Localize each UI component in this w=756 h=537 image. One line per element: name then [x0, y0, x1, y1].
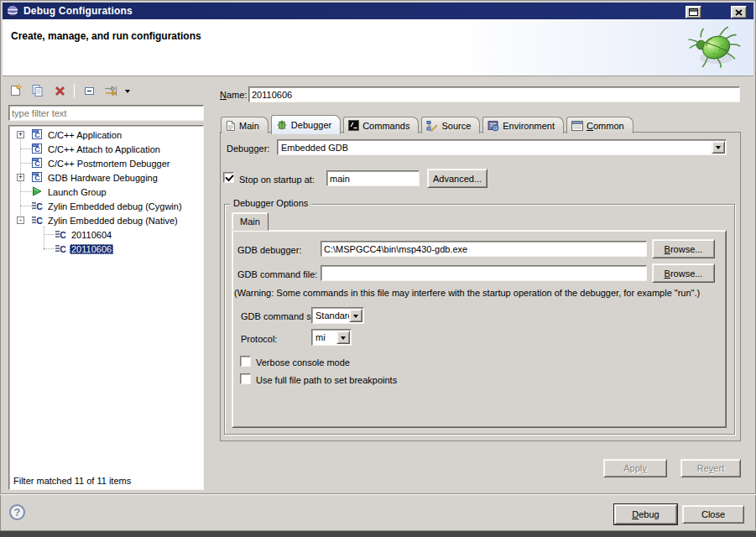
footer-separator: [0, 493, 756, 495]
stop-symbol-input[interactable]: [326, 170, 420, 186]
name-label: Name:: [220, 90, 247, 100]
chevron-down-icon[interactable]: [336, 331, 350, 344]
tree-item-label: C/C++ Postmortem Debugger: [46, 159, 172, 169]
new-configuration-button[interactable]: [8, 83, 23, 98]
filter-menu-caret-icon[interactable]: [125, 90, 130, 96]
svg-text:C: C: [34, 159, 40, 168]
tree-item[interactable]: C 20110606: [9, 242, 203, 256]
name-input[interactable]: [248, 86, 740, 102]
browse-label: Browse...: [665, 268, 703, 279]
options-tab-main[interactable]: Main: [232, 212, 269, 231]
filter-launch-configurations-button[interactable]: [103, 83, 118, 98]
tab-bar: Main Debugger Commands: [221, 114, 633, 133]
chevron-down-icon[interactable]: [349, 309, 362, 322]
filter-input[interactable]: [8, 105, 204, 121]
advanced-button[interactable]: Advanced...: [427, 169, 487, 188]
tab-commands[interactable]: Commands: [343, 117, 419, 133]
close-button[interactable]: [731, 6, 747, 18]
tab-environment[interactable]: Environment: [482, 117, 564, 133]
gdb-command-file-label: GDB command file:: [237, 269, 317, 279]
collapse-all-icon: [83, 85, 96, 97]
full-file-path-checkbox[interactable]: [240, 373, 251, 384]
c-app-icon: C: [31, 171, 43, 183]
tab-main[interactable]: Main: [221, 117, 269, 133]
stop-on-startup-label: Stop on startup at:: [239, 175, 315, 185]
configurations-tree[interactable]: + C C/C++ Application C C/C++ Attach to …: [8, 125, 204, 490]
close-button-footer[interactable]: Close: [682, 505, 744, 524]
debug-button[interactable]: Debug: [614, 504, 677, 524]
close-icon: [735, 9, 743, 16]
tree-item[interactable]: + C C/C++ Application: [9, 128, 203, 142]
window-menu-button[interactable]: [686, 6, 701, 18]
debugger-select-value: Embedded GDB: [281, 143, 348, 153]
svg-text:C: C: [34, 131, 40, 139]
gdb-command-set-label: GDB command set:: [241, 311, 321, 321]
gdb-command-file-browse-button[interactable]: Browse...: [652, 263, 715, 283]
expander-icon[interactable]: -: [17, 216, 24, 224]
zylin-icon: C: [55, 228, 66, 240]
svg-text:C: C: [34, 174, 40, 182]
delete-configuration-button[interactable]: [52, 83, 67, 98]
command-file-warning: (Warning: Some commands in this file may…: [234, 288, 700, 298]
zylin-icon: C: [55, 242, 66, 254]
svg-text:C: C: [60, 244, 66, 254]
help-button[interactable]: ?: [9, 504, 25, 520]
tree-item[interactable]: Launch Group: [9, 185, 203, 199]
duplicate-configuration-button[interactable]: [30, 83, 45, 98]
debugger-options-title: Debugger Options: [230, 198, 311, 208]
tab-label: Common: [587, 121, 624, 131]
tab-source[interactable]: Source: [421, 117, 480, 133]
tree-item[interactable]: C 20110604: [9, 227, 203, 242]
tree-guide: [20, 149, 32, 149]
tree-item[interactable]: C Zylin Embedded debug (Cygwin): [9, 199, 203, 213]
tab-label: Commands: [362, 121, 409, 131]
debug-label: Debug: [632, 509, 659, 519]
options-tab-content: [232, 230, 727, 428]
window-bottom-edge: [0, 530, 756, 537]
expander-icon[interactable]: +: [17, 174, 24, 181]
delete-icon: [54, 85, 66, 97]
gdb-command-file-input[interactable]: [321, 265, 647, 281]
titlebar[interactable]: Debug Configurations: [3, 3, 753, 19]
console-icon: [348, 120, 359, 131]
gdb-debugger-input[interactable]: [321, 241, 647, 257]
tree-item-label: C/C++ Attach to Application: [46, 144, 162, 154]
tab-debugger[interactable]: Debugger: [271, 115, 341, 134]
tree-item-label: Zylin Embedded debug (Native): [46, 216, 180, 226]
tree-item-label: 20110606: [70, 244, 113, 254]
tab-common[interactable]: Common: [566, 117, 633, 133]
tree-item-label: Launch Group: [46, 187, 108, 197]
document-icon: [226, 120, 236, 132]
protocol-label: Protocol:: [241, 334, 277, 344]
tree-guide: [20, 206, 32, 206]
gdb-debugger-label: GDB debugger:: [237, 245, 301, 255]
svg-text:C: C: [36, 216, 43, 226]
tree-item[interactable]: + C GDB Hardware Debugging: [9, 170, 203, 185]
expander-icon[interactable]: +: [17, 131, 24, 138]
stop-on-startup-checkbox[interactable]: [223, 172, 234, 183]
zylin-icon: C: [31, 200, 43, 211]
filter-icon: [104, 85, 118, 97]
tree-item[interactable]: C C/C++ Attach to Application: [9, 142, 203, 156]
banner-title: Create, manage, and run configurations: [11, 30, 201, 42]
c-app-icon: C: [31, 157, 43, 169]
revert-button[interactable]: Revert: [680, 459, 741, 477]
gdb-debugger-browse-button[interactable]: Browse...: [652, 239, 715, 258]
tree-item[interactable]: C C/C++ Postmortem Debugger: [9, 156, 203, 170]
protocol-select[interactable]: mi: [311, 329, 352, 346]
tab-label: Debugger: [291, 120, 331, 130]
chevron-down-icon[interactable]: [712, 141, 725, 154]
gdb-command-set-select[interactable]: Standard: [311, 307, 364, 324]
banner: Create, manage, and run configurations: [3, 19, 753, 76]
debug-configurations-dialog: Debug Configurations Create, manage, and…: [0, 0, 756, 537]
collapse-all-button[interactable]: [81, 83, 96, 98]
tree-item-label: 20110604: [70, 230, 113, 240]
tree-item-label: Zylin Embedded debug (Cygwin): [46, 201, 184, 211]
verbose-console-checkbox[interactable]: [240, 356, 251, 367]
apply-button[interactable]: Apply: [603, 459, 667, 477]
tab-label: Main: [239, 121, 259, 131]
tree-guide: [20, 191, 32, 192]
debugger-select[interactable]: Embedded GDB: [277, 139, 727, 155]
tree-item[interactable]: - C Zylin Embedded debug (Native): [9, 213, 203, 227]
debugger-label: Debugger:: [227, 143, 269, 154]
